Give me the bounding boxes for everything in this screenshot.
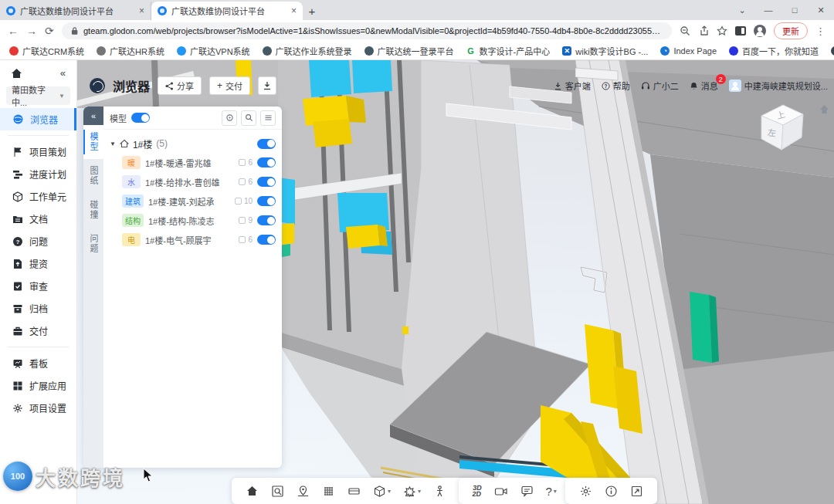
sidebar-item-submittals[interactable]: 提资 [0,252,76,275]
tree-row[interactable]: 建筑 1#楼-建筑-刘起承 10 [110,191,276,211]
cube-home-icon[interactable] [819,103,829,117]
explode-button[interactable]: ▾ [397,478,427,504]
3d-2d-toggle-button[interactable]: 3D2D [466,478,488,504]
new-tab-button[interactable]: + [303,2,321,20]
bookmark-star-icon[interactable] [717,25,727,36]
side-panel-icon[interactable] [735,26,746,36]
bookmark-item[interactable]: 广联达VPN系统 [177,45,250,57]
panel-tab-drawings[interactable]: 图纸 [83,159,103,193]
tree-row[interactable]: 水 1#楼-给排水-曹创雄 6 [110,172,276,191]
viewpoint-camera-button[interactable] [488,478,514,504]
sidebar-item-dashboard[interactable]: 看板 [0,352,76,374]
close-window-button[interactable]: ✕ [808,5,834,15]
home-view-button[interactable] [239,478,265,504]
sidebar-item-work-units[interactable]: 工作单元 [0,185,76,208]
profile-avatar-icon[interactable] [754,25,766,37]
cube-options-caret-icon[interactable]: ▾ [823,150,827,157]
maximize-button[interactable]: □ [781,5,808,15]
expand-caret-icon[interactable]: ▼ [110,140,116,147]
fullscreen-button[interactable] [624,478,649,504]
help-link[interactable]: ? 帮助 [602,79,630,92]
cube-face-left-label: 左 [767,127,777,137]
sidebar-item-archive[interactable]: 归档 [0,297,76,320]
view-cube[interactable]: 上 左 ▾ [752,97,812,162]
sidebar-item-schedule[interactable]: 进度计划 [0,163,76,185]
sidebar-item-extensions[interactable]: 扩展应用 [0,374,76,397]
help-icon: ? [602,82,610,90]
reload-icon[interactable]: ⟳ [45,25,54,37]
share-button[interactable]: 分享 [158,76,202,95]
grid-button[interactable] [316,478,341,504]
bookmark-item[interactable]: JSD反馈 [831,45,834,57]
sidebar-item-project-settings[interactable]: 项目设置 [0,397,76,419]
project-selector[interactable]: 莆田数字中...▼ [6,86,70,105]
close-tab-icon[interactable]: × [139,5,144,16]
bookmark-item[interactable]: 广联达CRM系统 [9,45,84,57]
bookmark-item[interactable]: 广联达HR系统 [97,45,164,57]
sidebar-item-issues[interactable]: ? 问题 [0,230,76,252]
zoom-icon[interactable] [680,25,690,36]
minimize-button[interactable]: — [755,5,781,15]
browser-tab-2[interactable]: 广联达数维协同设计平台 × [151,2,303,20]
model-name: 1#楼-结构-陈凌志 [148,215,234,227]
sidebar-item-documents[interactable]: 文档 [0,208,76,230]
bookmark-item[interactable]: 百度一下，你就知道 [729,45,819,57]
client-download-link[interactable]: 客户端 [554,79,591,92]
browser-tab-1[interactable]: 广联达数维协同设计平台 × [0,2,151,20]
home-icon[interactable] [11,68,22,79]
sidebar-item-project-planning[interactable]: 项目策划 [0,140,76,163]
comment-button[interactable] [514,478,540,504]
forward-icon[interactable]: → [26,25,37,37]
sidebar-item-delivery[interactable]: 交付 [0,320,76,342]
menu-icon[interactable] [260,110,276,126]
sidebar-collapse-icon[interactable]: « [60,67,66,79]
info-button[interactable] [598,478,624,504]
bookmark-item[interactable]: 广联达统一登录平台 [364,45,454,57]
search-icon[interactable] [241,110,256,126]
locate-icon[interactable] [222,110,237,126]
view-orientation-button[interactable]: ▾ [367,478,397,504]
section-box-button[interactable] [341,478,367,504]
back-icon[interactable]: ← [8,25,19,37]
bookmark-item[interactable]: ✕wiki数字设计BG -... [562,45,648,57]
share-icon[interactable] [698,25,709,36]
assistant-link[interactable]: 广小二 [641,79,679,92]
tab-search-icon[interactable]: ⌄ [729,5,755,15]
tree-row[interactable]: 暖 1#楼-暖通-雷兆雄 6 [110,153,276,172]
visibility-toggle[interactable] [257,177,276,187]
url-field[interactable]: gteam.glodon.com/web/projects/browser?is… [62,22,672,39]
panel-tab-model[interactable]: 模型 [83,125,103,159]
walkthrough-button[interactable] [427,478,453,504]
close-tab-icon[interactable]: × [291,5,297,16]
visibility-toggle[interactable] [257,235,276,245]
zoom-select-button[interactable] [265,478,290,504]
panel-tab-clash[interactable]: 碰撞 [83,193,103,227]
panel-collapse-button[interactable]: « [83,107,103,125]
sidebar-item-browser[interactable]: 浏览器 [0,108,76,130]
menu-kebab-icon[interactable]: ⋮ [815,25,826,37]
visibility-toggle[interactable] [257,157,276,167]
settings-gear-button[interactable] [573,478,598,504]
question-circle-icon: ? [12,236,23,247]
tree-row[interactable]: 结构 1#楼-结构-陈凌志 9 [110,211,276,230]
messages-link[interactable]: 消息 2 [690,79,718,92]
sidebar-item-review[interactable]: 审查 [0,275,76,297]
model-master-toggle[interactable] [131,113,150,123]
help-menu-button[interactable]: ?▾ [540,478,563,504]
tree-root-row[interactable]: ▼ 1#楼 (5) [110,134,276,153]
jsd-favicon [831,46,834,56]
org-account[interactable]: 中建海峡建筑规划设... [729,79,828,92]
tree-row[interactable]: 电 1#楼-电气-顾展宇 6 [110,230,276,249]
deliver-button[interactable]: +交付 [209,76,250,95]
bookmark-item[interactable]: G数字设计-产品中心 [466,45,551,57]
visibility-toggle[interactable] [257,215,276,225]
update-button[interactable]: 更新 [774,22,808,39]
bookmark-item[interactable]: 广联达作业系统登录 [263,45,352,57]
root-visibility-toggle[interactable] [257,139,276,149]
visibility-toggle[interactable] [257,196,276,206]
locate-pin-button[interactable] [290,478,316,504]
panel-tab-issues[interactable]: 问题 [83,227,103,261]
bookmark-item[interactable]: ◔Index Page [660,46,717,56]
download-button[interactable] [258,76,276,95]
model-viewport[interactable]: 浏览器 分享 +交付 客户端 ? 帮助 [77,60,834,504]
